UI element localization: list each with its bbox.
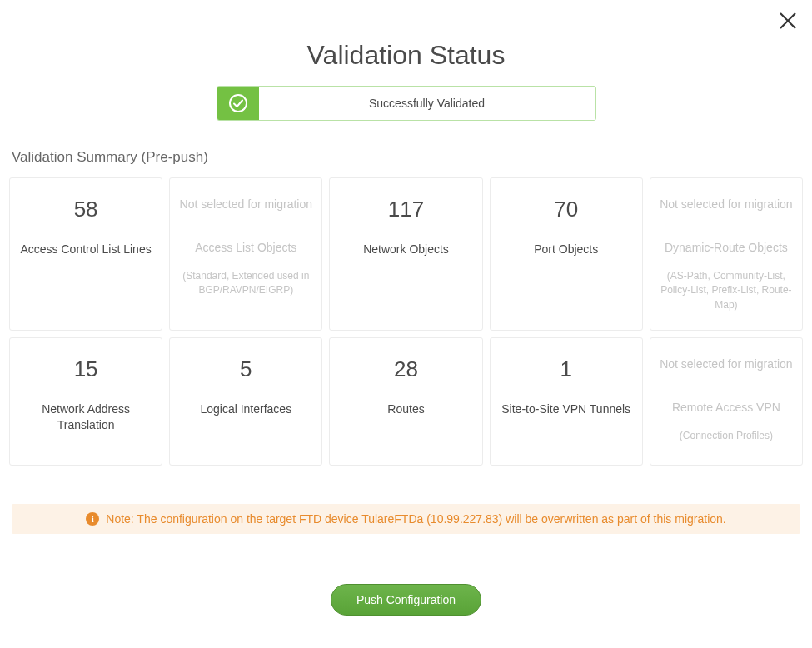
card-label: Access List Objects [195, 240, 296, 256]
push-configuration-button[interactable]: Push Configuration [331, 584, 481, 616]
card-value: Not selected for migration [180, 198, 313, 210]
check-circle-icon [228, 93, 248, 113]
card-sublabel: (Connection Profiles) [678, 429, 775, 443]
summary-card: 1Site-to-Site VPN Tunnels [490, 337, 643, 466]
summary-heading: Validation Summary (Pre-push) [12, 149, 812, 166]
card-sublabel: (Standard, Extended used in BGP/RAVPN/EI… [177, 269, 315, 298]
summary-card: 5Logical Interfaces [169, 337, 322, 466]
summary-cards-grid: 58Access Control List LinesNot selected … [0, 166, 812, 466]
card-label: Logical Interfaces [200, 401, 291, 417]
card-label: Routes [387, 401, 424, 417]
summary-card: Not selected for migrationRemote Access … [650, 337, 803, 466]
card-value: 5 [240, 358, 252, 380]
card-sublabel: (AS-Path, Community-List, Policy-List, P… [657, 269, 795, 312]
info-icon: i [86, 512, 99, 526]
card-label: Dynamic-Route Objects [665, 240, 788, 256]
card-label: Access Control List Lines [21, 242, 152, 257]
card-label: Remote Access VPN [672, 400, 780, 416]
card-value: 28 [394, 358, 418, 380]
summary-card: Not selected for migrationDynamic-Route … [650, 177, 803, 331]
card-value: 117 [388, 198, 424, 220]
close-button[interactable] [774, 7, 802, 35]
note-text: Note: The configuration on the target FT… [106, 512, 725, 526]
svg-point-2 [230, 95, 247, 112]
status-icon-box [217, 87, 259, 120]
card-value: 15 [74, 358, 98, 380]
card-label: Port Objects [534, 242, 598, 257]
summary-card: 58Access Control List Lines [9, 177, 162, 331]
page-title: Validation Status [0, 40, 812, 71]
status-text: Successfully Validated [259, 87, 595, 120]
summary-card: 117Network Objects [329, 177, 482, 331]
card-value: Not selected for migration [660, 198, 793, 210]
card-value: 70 [554, 198, 578, 220]
validation-status-banner: Successfully Validated [217, 86, 596, 121]
card-label: Site-to-Site VPN Tunnels [501, 401, 630, 417]
card-label: Network Address Translation [17, 401, 155, 433]
card-value: Not selected for migration [660, 358, 793, 370]
summary-card: 28Routes [329, 337, 482, 466]
close-icon [777, 10, 799, 32]
card-value: 1 [560, 358, 571, 380]
card-value: 58 [74, 198, 98, 220]
note-banner: i Note: The configuration on the target … [12, 504, 800, 534]
summary-card: 15Network Address Translation [9, 337, 162, 466]
summary-card: Not selected for migrationAccess List Ob… [169, 177, 322, 331]
summary-card: 70Port Objects [490, 177, 643, 331]
card-label: Network Objects [363, 242, 449, 257]
